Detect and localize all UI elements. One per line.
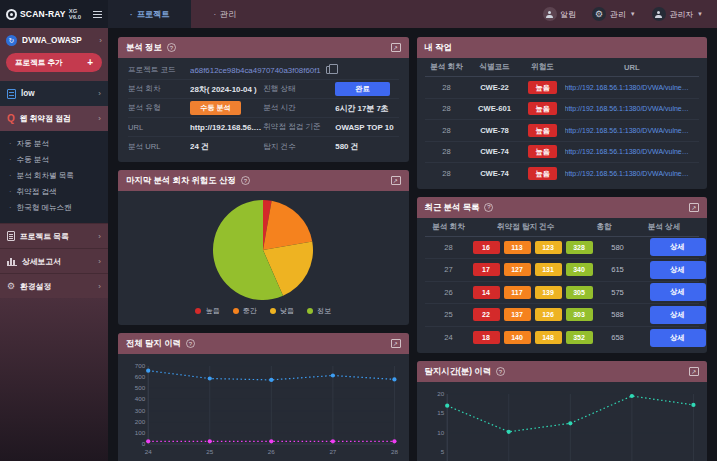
chart-data-point — [445, 404, 449, 408]
expand-icon[interactable]: ↗ — [689, 203, 699, 212]
sidebar-item-web-vuln-scan[interactable]: Q 웹 취약점 점검 › — [0, 106, 108, 131]
recent-round: 24 — [425, 333, 473, 342]
task-row: 28CWE-78높음http://192.168.56.1:1380/DVWA/… — [425, 120, 700, 142]
panel-header: 분석 정보 ? ↗ — [118, 37, 409, 58]
count-badges: 14117139305 — [473, 286, 593, 299]
risk-pie-chart — [211, 198, 315, 302]
brand-logo-icon — [6, 9, 17, 20]
chevron-right-icon: › — [99, 36, 102, 45]
legend-item: 정보 — [307, 306, 331, 316]
panel-header: 전체 탐지 이력 ? ↗ — [118, 333, 409, 354]
count-badges: 16113123328 — [473, 241, 593, 254]
avatar — [652, 7, 666, 21]
detail-button[interactable]: 상세 — [650, 283, 706, 301]
notification-icon — [543, 7, 557, 21]
round-value: 28차( 2024-10-04 ) — [190, 84, 257, 95]
my-tasks-rows: 28CWE-22높음http://192.168.56.1:1380/DVWA/… — [425, 77, 700, 185]
legend-dot — [307, 308, 313, 314]
count-badge: 139 — [535, 286, 562, 299]
user-menu-button[interactable]: 관리자 ▼ — [652, 7, 703, 21]
chart-data-point — [208, 439, 212, 443]
task-url-link[interactable]: http://192.168.56.1:1380/DVWA/vulnerabil… — [565, 105, 700, 112]
task-url-link[interactable]: http://192.168.56.1:1380/DVWA/vulnerabil… — [565, 127, 700, 134]
tab-admin[interactable]: · 관리 — [191, 0, 258, 28]
main-area: · 프로젝트 · 관리 알림 ⚙ 관리 ▼ 관리자 — [108, 0, 717, 461]
copy-icon[interactable] — [326, 66, 333, 74]
svg-text:600: 600 — [135, 373, 146, 380]
detection-history-chart: 01002003004005006007002425262728 — [124, 358, 403, 458]
my-tasks-table: 분석 회차 식별코드 위험도 URL 28CWE-22높음http://192.… — [417, 58, 708, 189]
submenu-item[interactable]: ·자동 분석 — [0, 136, 108, 152]
sidebar-item-settings[interactable]: ⚙ 환경설정 › — [0, 273, 108, 298]
url-count-value: 24 건 — [190, 141, 209, 152]
menu-toggle-icon[interactable] — [93, 11, 102, 18]
col-url: URL — [565, 63, 700, 72]
panel-header: 최근 분석 목록 ? ↗ — [417, 197, 708, 218]
detail-button[interactable]: 상세 — [650, 306, 706, 324]
count-badge: 140 — [504, 331, 531, 344]
task-url-link[interactable]: http://192.168.56.1:1380/DVWA/vulnerabil… — [565, 84, 700, 91]
task-url-link[interactable]: http://192.168.56.1:1380/DVWA/vulnerabil… — [565, 170, 700, 177]
report-chart-icon — [7, 257, 17, 266]
submenu-item[interactable]: ·분석 회차별 목록 — [0, 168, 108, 184]
svg-text:100: 100 — [135, 429, 146, 436]
sidebar-item-profile[interactable]: low › — [0, 81, 108, 106]
expand-icon[interactable]: ↗ — [689, 367, 699, 376]
sidebar-item-project-list[interactable]: 프로젝트 목록 › — [0, 223, 108, 248]
tab-project[interactable]: · 프로젝트 — [108, 0, 191, 28]
project-code-value: a68f612ce98b4ca4970740a3f08f60f1 — [190, 66, 321, 75]
submenu-item[interactable]: ·취약점 검색 — [0, 184, 108, 200]
info-icon[interactable]: ? — [167, 43, 176, 52]
legend-dot — [233, 308, 239, 314]
submenu-item[interactable]: ·한국형 메뉴스캔 — [0, 200, 108, 216]
field-row: URL http://192.168.56.1:1380/DVWA 취약점 점검… — [128, 118, 399, 137]
add-project-button[interactable]: 프로젝트 추가 + — [6, 53, 102, 72]
right-column: 내 작업 분석 회차 식별코드 위험도 URL 28CWE-22높음http:/… — [417, 37, 708, 461]
submenu-item-label: 분석 회차별 목록 — [17, 171, 74, 181]
add-project-label: 프로젝트 추가 — [15, 58, 63, 68]
legend-dot — [195, 308, 201, 314]
field-label: 분석 URL — [128, 142, 190, 152]
bullet-icon: · — [9, 139, 12, 149]
recent-analysis-table: 분석 회차 취약점 탐지 건수 총합 분석 상세 281611312332858… — [417, 218, 708, 354]
recent-analysis-row: 2418140148352658상세 — [425, 327, 700, 350]
count-badge: 18 — [473, 331, 500, 344]
notifications-button[interactable]: 알림 — [543, 7, 577, 21]
detail-button[interactable]: 상세 — [650, 329, 706, 347]
count-badge: 123 — [535, 241, 562, 254]
submenu-item[interactable]: ·수동 분석 — [0, 152, 108, 168]
task-cwe-code: CWE-74 — [469, 169, 521, 178]
recent-action: 상세 — [643, 329, 708, 347]
expand-icon[interactable]: ↗ — [391, 339, 401, 348]
expand-icon[interactable]: ↗ — [391, 176, 401, 185]
info-icon[interactable]: ? — [241, 176, 250, 185]
chart-data-point — [269, 439, 273, 443]
sidebar-item-report[interactable]: 상세보고서 › — [0, 248, 108, 273]
count-badge: 17 — [473, 263, 500, 276]
admin-menu-button[interactable]: ⚙ 관리 ▼ — [592, 7, 636, 21]
profile-icon — [7, 89, 16, 99]
admin-menu-label: 관리 — [610, 9, 626, 20]
count-badge: 16 — [473, 241, 500, 254]
panel-header: 마지막 분석 회차 위험도 산정 ? ↗ — [118, 170, 409, 191]
info-icon[interactable]: ? — [186, 339, 195, 348]
chevron-right-icon: › — [98, 89, 101, 98]
notifications-label: 알림 — [561, 9, 577, 20]
svg-text:26: 26 — [268, 448, 275, 455]
info-icon[interactable]: ? — [496, 367, 505, 376]
detection-time-panel: 탐지시간(분) 이력 ? ↗ 051015202425262728 탐지시간(분… — [417, 361, 708, 461]
task-severity: 높음 — [521, 145, 565, 158]
svg-text:5: 5 — [440, 449, 444, 456]
chevron-down-icon: ▼ — [630, 11, 636, 17]
info-icon[interactable]: ? — [484, 203, 493, 212]
detail-button[interactable]: 상세 — [650, 261, 706, 279]
detail-button[interactable]: 상세 — [650, 238, 706, 256]
task-url-link[interactable]: http://192.168.56.1:1380/DVWA/vulnerabil… — [565, 148, 700, 155]
svg-text:15: 15 — [437, 410, 444, 417]
sidebar-item-project[interactable]: ↻ DVWA_OWASP › — [6, 35, 102, 46]
expand-icon[interactable]: ↗ — [391, 43, 401, 52]
field-label: 진행 상태 — [263, 84, 335, 94]
count-badge: 305 — [566, 286, 593, 299]
sidebar-filler — [0, 298, 108, 461]
task-row: 28CWE-601높음http://192.168.56.1:1380/DVWA… — [425, 99, 700, 121]
